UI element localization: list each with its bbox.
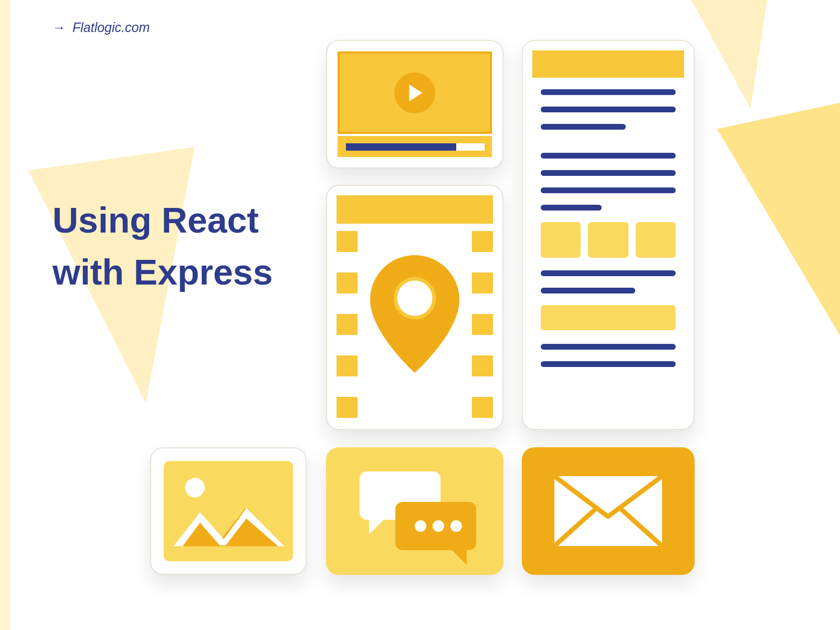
map-grid-square (337, 355, 358, 376)
image-frame (164, 461, 293, 561)
text-line (541, 270, 676, 276)
text-line (541, 344, 676, 350)
text-line (541, 153, 676, 159)
text-line (541, 89, 676, 95)
chat-bubbles-icon (326, 447, 503, 575)
text-line (541, 187, 676, 193)
video-progress-fill (346, 143, 456, 151)
document-card (522, 40, 695, 430)
brand-link[interactable]: → Flatlogic.com (52, 20, 150, 35)
picture-icon (164, 461, 293, 561)
svg-point-3 (415, 520, 426, 532)
brand-label: Flatlogic.com (72, 20, 150, 35)
highlight-bar (541, 305, 676, 330)
headline-line-1: Using React (52, 200, 259, 240)
text-line (541, 170, 676, 176)
map-grid-square (337, 397, 358, 418)
svg-point-2 (185, 478, 205, 497)
chat-card (326, 447, 503, 575)
text-line (541, 107, 676, 112)
video-screen (338, 51, 492, 134)
map-grid-square (337, 314, 358, 335)
thumbnail-box (541, 222, 581, 258)
map-grid-square (337, 272, 358, 293)
image-placeholder-card (150, 447, 307, 575)
arrow-right-icon: → (52, 20, 66, 35)
svg-point-5 (450, 520, 462, 532)
thumbnail-box (588, 222, 628, 258)
page-title: Using React with Express (52, 194, 273, 298)
text-line (541, 361, 676, 367)
map-grid-square (337, 231, 358, 252)
svg-point-4 (433, 520, 444, 532)
map-grid-square (472, 397, 493, 418)
left-edge-strip (0, 0, 10, 630)
map-location-card (326, 185, 503, 430)
bg-triangle-right (717, 88, 840, 417)
thumbnail-box (636, 222, 676, 258)
map-header-bar (337, 195, 493, 224)
map-grid-square (472, 231, 493, 252)
thumbnail-row (541, 222, 676, 258)
document-header-bar (532, 50, 684, 78)
play-triangle-icon (409, 85, 422, 101)
map-grid-square (472, 355, 493, 376)
map-grid-square (472, 272, 493, 293)
video-progress-remaining (456, 143, 485, 151)
video-player-card (326, 40, 503, 169)
location-pin-icon (370, 255, 459, 373)
text-line (541, 288, 635, 293)
mail-card (522, 447, 695, 575)
play-button-icon (394, 72, 435, 113)
text-line (541, 124, 626, 130)
document-content (541, 89, 676, 367)
envelope-icon (522, 447, 695, 575)
headline-line-2: with Express (52, 252, 273, 292)
map-grid-square (472, 314, 493, 335)
text-line (541, 205, 602, 211)
